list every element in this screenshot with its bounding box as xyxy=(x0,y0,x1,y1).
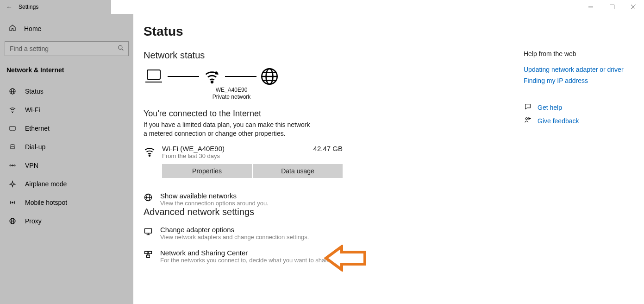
sidebar-item-label: Dial-up xyxy=(25,143,45,151)
svg-rect-36 xyxy=(147,255,150,257)
maximize-icon xyxy=(609,4,615,10)
svg-point-22 xyxy=(211,81,213,83)
hotspot-icon xyxy=(8,199,17,206)
svg-rect-10 xyxy=(10,127,15,130)
advanced-settings-heading: Advanced network settings xyxy=(144,207,514,217)
sidebar-item-label: VPN xyxy=(25,162,38,169)
globe-icon xyxy=(260,67,279,86)
sidebar-item-label: Ethernet xyxy=(25,125,50,132)
svg-point-39 xyxy=(525,118,527,120)
connection-wifi-icon xyxy=(144,145,156,159)
feedback-icon xyxy=(524,116,532,125)
svg-rect-34 xyxy=(145,251,148,253)
svg-rect-1 xyxy=(610,5,614,9)
status-icon xyxy=(8,88,17,95)
sidebar-item-dialup[interactable]: Dial-up xyxy=(0,138,133,156)
help-pane: Help from the web Updating network adapt… xyxy=(524,24,630,304)
svg-point-14 xyxy=(10,165,11,166)
sidebar-item-wifi[interactable]: Wi-Fi xyxy=(0,101,133,119)
data-usage-button[interactable]: Data usage xyxy=(253,164,343,178)
show-available-networks[interactable]: Show available networks View the connect… xyxy=(144,192,514,207)
svg-point-27 xyxy=(149,155,150,156)
sidebar-item-label: Proxy xyxy=(25,217,42,225)
svg-point-9 xyxy=(12,112,13,113)
sidebar-item-proxy[interactable]: Proxy xyxy=(0,212,133,230)
connected-description: If you have a limited data plan, you can… xyxy=(144,120,310,138)
svg-rect-21 xyxy=(147,70,160,79)
sidebar-item-vpn[interactable]: VPN xyxy=(0,156,133,175)
sidebar-nav-list: Status Wi-Fi Ethernet Dial-up xyxy=(0,82,133,230)
proxy-icon xyxy=(8,217,17,225)
sidebar-item-ethernet[interactable]: Ethernet xyxy=(0,119,133,138)
home-icon xyxy=(8,24,17,33)
sidebar-item-airplane[interactable]: Airplane mode xyxy=(0,175,133,193)
change-adapter-desc: View network adapters and change connect… xyxy=(160,234,309,241)
close-button[interactable] xyxy=(623,0,644,14)
diagram-ssid: WE_A40E90 xyxy=(162,87,301,94)
network-diagram xyxy=(144,67,514,86)
help-link-update-adapter[interactable]: Updating network adapter or driver xyxy=(524,66,630,73)
content-column: Status Network status WE_A40E90 Private … xyxy=(144,24,514,304)
svg-rect-13 xyxy=(11,146,14,149)
give-feedback-link[interactable]: Give feedback xyxy=(524,116,630,125)
sidebar-item-hotspot[interactable]: Mobile hotspot xyxy=(0,193,133,212)
connection-card: Wi-Fi (WE_A40E90) 42.47 GB From the last… xyxy=(144,145,329,178)
main-area: Status Network status WE_A40E90 Private … xyxy=(133,14,644,304)
wifi-icon xyxy=(8,106,17,114)
vpn-icon xyxy=(8,162,17,169)
sidebar-item-label: Wi-Fi xyxy=(25,106,40,114)
sidebar-item-label: Status xyxy=(25,88,44,95)
show-available-title: Show available networks xyxy=(160,192,269,200)
airplane-icon xyxy=(8,180,17,188)
network-status-heading: Network status xyxy=(144,50,514,61)
sidebar-section-label: Network & Internet xyxy=(0,63,133,78)
search-input[interactable] xyxy=(5,41,129,56)
properties-button[interactable]: Properties xyxy=(162,164,252,178)
help-chat-icon xyxy=(524,103,532,112)
titlebar: ← Settings xyxy=(0,0,644,14)
connected-heading: You're connected to the Internet xyxy=(144,109,514,119)
change-adapter-options[interactable]: Change adapter options View network adap… xyxy=(144,226,514,241)
sharing-center-desc: For the networks you connect to, decide … xyxy=(160,257,332,264)
laptop-icon xyxy=(144,68,164,85)
sharing-center-icon xyxy=(144,249,154,264)
adapter-icon xyxy=(144,226,154,241)
svg-rect-31 xyxy=(145,228,152,233)
page-title: Status xyxy=(144,24,514,39)
ethernet-icon xyxy=(8,125,17,132)
back-arrow-icon: ← xyxy=(6,3,13,11)
show-available-desc: View the connection options around you. xyxy=(160,200,269,207)
maximize-button[interactable] xyxy=(601,0,623,14)
give-feedback-label: Give feedback xyxy=(538,117,579,125)
sidebar: Home Network & Internet Status Wi-Fi xyxy=(0,14,133,304)
change-adapter-title: Change adapter options xyxy=(160,226,309,234)
svg-rect-35 xyxy=(149,251,152,253)
sharing-center-title: Network and Sharing Center xyxy=(160,249,332,257)
search-container xyxy=(5,41,129,56)
connection-usage: 42.47 GB xyxy=(313,145,343,152)
sidebar-item-label: Mobile hotspot xyxy=(25,199,67,206)
dialup-icon xyxy=(8,143,17,151)
wifi-diagram-icon xyxy=(203,68,221,85)
sidebar-home-label: Home xyxy=(24,25,41,32)
sidebar-item-status[interactable]: Status xyxy=(0,82,133,101)
get-help-link[interactable]: Get help xyxy=(524,103,630,112)
connection-period: From the last 30 days xyxy=(162,152,343,159)
globe-small-icon xyxy=(144,192,154,207)
back-button[interactable]: ← xyxy=(0,3,19,11)
diagram-line xyxy=(225,76,256,77)
svg-point-23 xyxy=(215,72,217,74)
window-title: Settings xyxy=(19,4,111,10)
network-sharing-center[interactable]: Network and Sharing Center For the netwo… xyxy=(144,249,514,264)
minimize-button[interactable] xyxy=(580,0,601,14)
minimize-icon xyxy=(588,4,594,10)
sidebar-home[interactable]: Home xyxy=(0,20,133,41)
help-link-find-ip[interactable]: Finding my IP address xyxy=(524,77,630,84)
close-icon xyxy=(631,4,636,10)
diagram-caption: WE_A40E90 Private network xyxy=(162,87,301,101)
help-heading: Help from the web xyxy=(524,50,630,57)
svg-point-15 xyxy=(14,165,15,166)
diagram-net-type: Private network xyxy=(162,94,301,101)
connection-name: Wi-Fi (WE_A40E90) xyxy=(162,145,225,152)
get-help-label: Get help xyxy=(538,104,562,111)
